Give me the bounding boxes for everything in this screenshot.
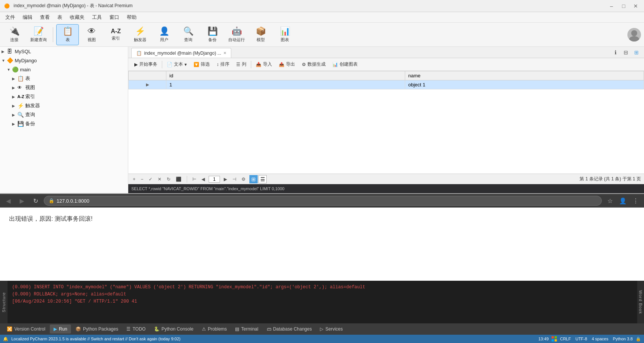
- ts-prev-btn[interactable]: ◀: [200, 176, 206, 183]
- browser-forward-btn[interactable]: ▶: [17, 195, 27, 206]
- sidebar-item-backup[interactable]: ▶ 💾 备份: [0, 119, 128, 128]
- maximize-button[interactable]: □: [618, 2, 629, 10]
- browser-bookmark-btn[interactable]: ☆: [605, 195, 615, 206]
- grid-view-button[interactable]: ⊞: [632, 48, 641, 57]
- col-id-header[interactable]: id: [166, 71, 405, 80]
- menu-tools[interactable]: 工具: [88, 12, 106, 22]
- ts-last-btn[interactable]: ⊣: [231, 176, 238, 183]
- ts-cross-btn[interactable]: ✕: [156, 176, 163, 183]
- status-crlf[interactable]: CRLF: [558, 337, 572, 341]
- sidebar-item-trigger[interactable]: ▶ ⚡ 触发器: [0, 101, 128, 110]
- text-btn[interactable]: 📄 文本 ▾: [164, 60, 190, 69]
- filter-btn[interactable]: 🔽 筛选: [191, 60, 213, 69]
- tab-todo[interactable]: ☰ TODO: [123, 325, 149, 334]
- sidebar-item-table[interactable]: ▶ 📋 表: [0, 74, 128, 83]
- menu-view[interactable]: 查看: [36, 12, 54, 22]
- sidebar-item-mydjango[interactable]: ▼ 🔶 MyDjango: [0, 56, 128, 65]
- tab-python-console[interactable]: 🐍 Python Console: [150, 325, 197, 334]
- browser-refresh-btn[interactable]: ↻: [30, 195, 41, 206]
- svg-rect-3: [555, 336, 557, 338]
- create-chart-btn[interactable]: 📊 创建图表: [329, 60, 361, 69]
- browser-back-btn[interactable]: ◀: [3, 195, 14, 206]
- toolbar-backup[interactable]: 💾 备份: [201, 24, 224, 45]
- tab-database-changes[interactable]: 🗃 Database Changes: [263, 325, 316, 334]
- tab-header: 📋 index_mymodel @main (MyDjango) ... ✕ ℹ…: [128, 47, 644, 58]
- toolbar-autorun[interactable]: 🤖 自动运行: [225, 24, 248, 45]
- cell-name[interactable]: object 1: [405, 80, 644, 89]
- toolbar-index-label: 索引: [112, 35, 120, 41]
- ts-stop-btn[interactable]: ⬛: [174, 176, 183, 183]
- browser-url-bar[interactable]: 🔒 127.0.0.1:8000: [44, 196, 602, 206]
- begin-transaction-btn[interactable]: ▶ 开始事务: [131, 60, 160, 69]
- status-indent[interactable]: 4 spaces: [590, 337, 610, 341]
- toolbar-index[interactable]: A-Z 索引: [105, 24, 127, 45]
- ts-next-btn[interactable]: ▶: [222, 176, 229, 183]
- tab-version-control-label: Version Control: [14, 326, 45, 332]
- toolbar-view[interactable]: 👁 视图: [80, 24, 103, 45]
- toolbar-chart[interactable]: 📊 图表: [274, 24, 296, 45]
- export-btn[interactable]: 📤 导出: [276, 60, 298, 69]
- sidebar-item-query[interactable]: ▶ 🔍 查询: [0, 110, 128, 119]
- browser-menu-btn[interactable]: ⋮: [630, 195, 641, 206]
- ts-tick-btn[interactable]: ✓: [147, 176, 154, 183]
- toolbar-model[interactable]: 📦 模型: [249, 24, 272, 45]
- sort-btn[interactable]: ↕ 排序: [214, 60, 232, 69]
- url-text: 127.0.0.1:8000: [57, 198, 89, 204]
- grid-list-button[interactable]: ⊟: [621, 48, 630, 57]
- menu-edit[interactable]: 编辑: [19, 12, 36, 22]
- ts-page-input[interactable]: [209, 176, 220, 183]
- problems-icon: ⚠: [202, 326, 206, 332]
- toolbar-query[interactable]: 🔍 查询: [177, 24, 200, 45]
- cell-id[interactable]: 1: [166, 80, 405, 89]
- ts-grid-btn-1[interactable]: ⊞: [249, 175, 258, 183]
- tab-python-packages[interactable]: 📦 Python Packages: [72, 325, 122, 334]
- toolbar-table[interactable]: 📋 表: [56, 24, 79, 45]
- toolbar-user[interactable]: 👤 用户: [153, 24, 175, 45]
- tab-problems-label: Problems: [208, 326, 227, 332]
- data-table: id name ▶ 1 object 1: [128, 71, 644, 89]
- toolbar-trigger[interactable]: ⚡ 触发器: [129, 24, 151, 45]
- import-btn[interactable]: 📥 导入: [253, 60, 275, 69]
- tab-run[interactable]: ▶ Run: [50, 325, 71, 334]
- col-name-header[interactable]: name: [405, 71, 644, 80]
- chart-icon: 📊: [280, 26, 290, 36]
- menu-help[interactable]: 帮助: [123, 12, 140, 22]
- menu-window[interactable]: 窗口: [106, 12, 123, 22]
- ts-minus-btn[interactable]: −: [139, 176, 145, 183]
- tab-problems[interactable]: ⚠ Problems: [198, 325, 231, 334]
- data-gen-btn[interactable]: ⚙ 数据生成: [299, 60, 329, 69]
- sidebar-item-mysql[interactable]: ▶ 🗄 MySQL: [0, 47, 128, 56]
- structure-panel[interactable]: Structure: [0, 281, 8, 323]
- column-btn[interactable]: ☰ 列: [233, 60, 249, 69]
- tab-header-right: ℹ ⊟ ⊞: [611, 48, 644, 57]
- ts-settings-btn[interactable]: ⚙: [240, 176, 247, 183]
- import-icon: 📥: [256, 62, 261, 67]
- tab-services[interactable]: ▷ Services: [316, 325, 346, 334]
- main-tab[interactable]: 📋 index_mymodel @main (MyDjango) ... ✕: [131, 48, 231, 58]
- status-python[interactable]: Python 3.8: [611, 337, 634, 341]
- tab-close-icon[interactable]: ✕: [223, 51, 226, 55]
- wordbook-panel[interactable]: Word Book: [637, 281, 644, 323]
- tab-version-control[interactable]: 🔀 Version Control: [3, 325, 49, 334]
- toolbar-connect[interactable]: 🔌 连接: [3, 24, 26, 45]
- toolbar-table-label: 表: [66, 37, 70, 43]
- status-charset[interactable]: UTF-8: [574, 337, 589, 341]
- sidebar-item-index[interactable]: ▶ A-Z 索引: [0, 92, 128, 101]
- close-button[interactable]: ✕: [630, 2, 641, 10]
- minimize-button[interactable]: –: [606, 2, 617, 10]
- ts-add-btn[interactable]: +: [131, 176, 137, 183]
- sidebar-item-view[interactable]: ▶ 👁 视图: [0, 83, 128, 92]
- sidebar-item-main[interactable]: ▼ 🟢 main: [0, 65, 128, 74]
- ts-grid-btn-2[interactable]: ☰: [258, 175, 267, 183]
- ts-refresh-btn[interactable]: ↻: [165, 176, 172, 183]
- tab-terminal[interactable]: ▤ Terminal: [231, 325, 262, 334]
- ts-first-btn[interactable]: ⊢: [191, 176, 198, 183]
- browser-user-btn[interactable]: 👤: [618, 195, 628, 206]
- info-button[interactable]: ℹ: [611, 48, 620, 57]
- svg-rect-2: [552, 336, 554, 338]
- menu-table[interactable]: 表: [54, 12, 66, 22]
- menu-favorites[interactable]: 收藏夹: [66, 12, 88, 22]
- menu-file[interactable]: 文件: [2, 12, 19, 22]
- toolbar-new-query[interactable]: 📝 新建查询: [27, 24, 50, 45]
- table-row[interactable]: ▶ 1 object 1: [129, 80, 644, 89]
